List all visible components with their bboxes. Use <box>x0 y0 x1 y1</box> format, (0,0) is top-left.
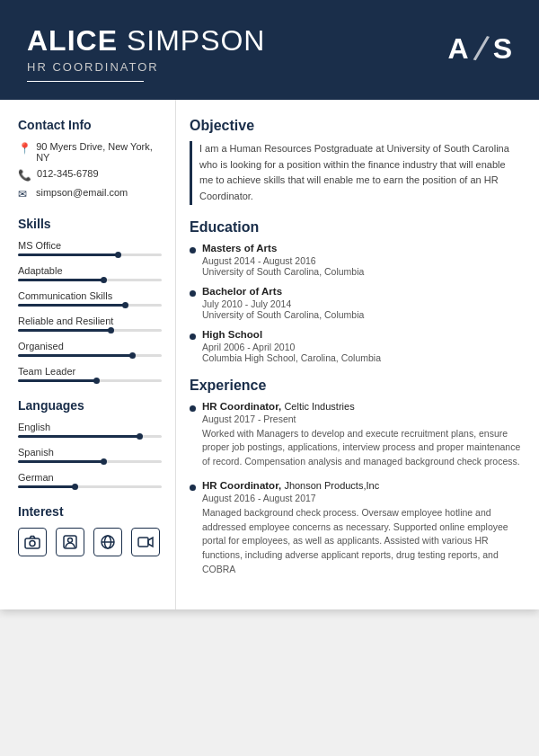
phone-item: 📞 012-345-6789 <box>18 168 162 182</box>
header-divider <box>27 81 144 82</box>
objective-section: Objective I am a Human Resources Postgra… <box>190 118 521 204</box>
exp-title: HR Coordinator, Celtic Industries <box>202 401 521 412</box>
skill-bar <box>18 279 162 281</box>
skill-item: Communication Skills <box>18 290 162 307</box>
language-name: English <box>18 422 162 432</box>
phone-text: 012-345-6789 <box>37 168 99 179</box>
skill-item: Organised <box>18 341 162 357</box>
skill-bar <box>18 329 162 332</box>
resume: ALICE SIMPSON HR COORDINATOR A / S Conta… <box>0 0 539 609</box>
experience-section: Experience HR Coordinator, Celtic Indust… <box>190 378 521 577</box>
edu-school: University of South Carolina, Columbia <box>202 266 521 277</box>
exp-date: August 2017 - Present <box>202 414 521 424</box>
languages-title: Languages <box>18 398 162 413</box>
experience-list: HR Coordinator, Celtic Industries August… <box>190 401 521 577</box>
language-name: Spanish <box>18 447 162 458</box>
education-item: Masters of Arts August 2014 - August 201… <box>190 243 521 277</box>
skill-bar-fill <box>18 253 119 256</box>
person-icon <box>56 528 84 556</box>
language-bar-fill <box>18 435 140 438</box>
exp-desc: Managed background check process. Oversa… <box>202 506 521 577</box>
full-name: ALICE SIMPSON <box>27 25 265 57</box>
edu-school: University of South Carolina, Columbia <box>202 309 521 320</box>
language-item: German <box>18 472 162 488</box>
svg-rect-7 <box>138 538 148 547</box>
header: ALICE SIMPSON HR COORDINATOR A / S <box>0 0 539 100</box>
edu-date: July 2010 - July 2014 <box>202 298 521 309</box>
skill-name: Communication Skills <box>18 290 162 301</box>
skill-bar <box>18 379 162 382</box>
edu-degree: High School <box>202 329 521 340</box>
initial-a: A <box>447 32 468 66</box>
language-bar-fill <box>18 460 104 463</box>
interest-section: Interest <box>18 504 162 556</box>
language-bar-fill <box>18 485 75 488</box>
camera-icon <box>18 528 47 556</box>
exp-desc: Worked with Managers to develop and exec… <box>202 427 521 469</box>
first-name: ALICE <box>27 24 118 57</box>
last-name: SIMPSON <box>118 24 265 57</box>
skill-name: Team Leader <box>18 366 162 377</box>
slash-icon: / <box>471 28 490 69</box>
skill-bar-fill <box>18 279 104 281</box>
skills-section: Skills MS Office Adaptable Communication… <box>18 217 162 382</box>
interest-title: Interest <box>18 504 162 519</box>
education-item: High School April 2006 - April 2010 Colu… <box>190 329 521 363</box>
skill-bar-fill <box>18 379 97 382</box>
skill-bar-fill <box>18 304 126 307</box>
location-icon: 📍 <box>18 142 31 155</box>
edu-date: April 2006 - April 2010 <box>202 342 521 352</box>
skill-bar-fill <box>18 354 133 357</box>
email-text: simpson@email.com <box>36 187 128 198</box>
skill-name: Adaptable <box>18 265 162 276</box>
language-bar <box>18 435 162 438</box>
experience-title: Experience <box>190 378 521 394</box>
language-bar <box>18 460 162 463</box>
initials-logo: A / S <box>447 29 512 69</box>
contact-section: Contact Info 📍 90 Myers Drive, New York,… <box>18 118 162 200</box>
skill-item: Adaptable <box>18 265 162 281</box>
language-bar <box>18 485 162 488</box>
skill-bar <box>18 354 162 357</box>
job-title: HR COORDINATOR <box>27 60 265 74</box>
language-item: English <box>18 422 162 438</box>
experience-item: HR Coordinator, Jhonson Products,Inc Aug… <box>190 480 521 577</box>
exp-company: Celtic Industries <box>284 401 354 412</box>
address-text: 90 Myers Drive, New York, NY <box>36 141 162 163</box>
skill-bar <box>18 253 162 256</box>
skill-name: Organised <box>18 341 162 351</box>
skill-bar-fill <box>18 329 111 332</box>
education-list: Masters of Arts August 2014 - August 201… <box>190 243 521 363</box>
objective-text: I am a Human Resources Postgraduate at U… <box>190 141 521 204</box>
languages-list: English Spanish German <box>18 422 162 488</box>
education-section: Education Masters of Arts August 2014 - … <box>190 219 521 363</box>
education-title: Education <box>190 219 521 236</box>
contact-title: Contact Info <box>18 118 162 132</box>
initial-s: S <box>493 32 512 66</box>
language-item: Spanish <box>18 447 162 463</box>
body: Contact Info 📍 90 Myers Drive, New York,… <box>0 100 539 609</box>
edu-degree: Masters of Arts <box>202 243 521 253</box>
svg-rect-0 <box>25 538 40 548</box>
left-column: Contact Info 📍 90 Myers Drive, New York,… <box>0 100 175 609</box>
education-item: Bachelor of Arts July 2010 - July 2014 U… <box>190 286 521 320</box>
header-left: ALICE SIMPSON HR COORDINATOR <box>27 25 265 82</box>
experience-item: HR Coordinator, Celtic Industries August… <box>190 401 521 469</box>
edu-date: August 2014 - August 2016 <box>202 255 521 266</box>
exp-date: August 2016 - August 2017 <box>202 493 521 503</box>
languages-section: Languages English Spanish German <box>18 398 162 488</box>
skill-item: Team Leader <box>18 366 162 382</box>
svg-point-1 <box>30 541 35 547</box>
edu-school: Columbia High School, Carolina, Columbia <box>202 352 521 363</box>
globe-icon <box>93 528 122 556</box>
video-icon <box>131 528 160 556</box>
skill-bar <box>18 304 162 307</box>
skill-item: MS Office <box>18 240 162 256</box>
right-column: Objective I am a Human Resources Postgra… <box>175 100 539 609</box>
email-item: ✉ simpson@email.com <box>18 187 162 200</box>
exp-company: Jhonson Products,Inc <box>284 480 379 491</box>
interest-icons <box>18 528 162 556</box>
edu-degree: Bachelor of Arts <box>202 286 521 297</box>
phone-icon: 📞 <box>18 169 31 182</box>
skill-item: Reliable and Resilient <box>18 316 162 332</box>
